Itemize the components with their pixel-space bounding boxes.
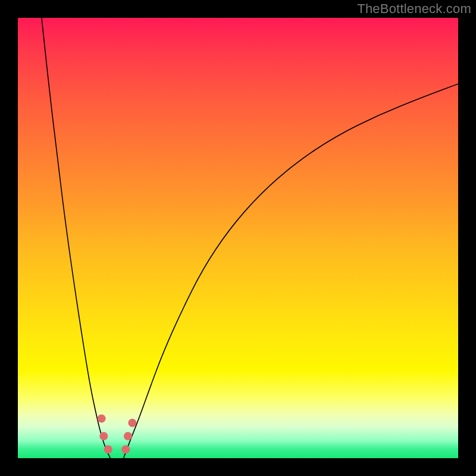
data-marker [104,445,112,453]
data-marker [128,419,136,427]
plot-area [18,18,458,458]
marker-group [98,414,137,453]
chart-frame: TheBottleneck.com [0,0,476,476]
curve-right-branch [124,84,458,458]
data-marker [99,432,108,440]
data-marker [121,445,130,453]
data-marker [98,414,106,422]
curve-layer [18,18,458,458]
curve-left-branch [42,18,110,458]
data-marker [124,432,132,440]
watermark-text: TheBottleneck.com [357,1,471,17]
